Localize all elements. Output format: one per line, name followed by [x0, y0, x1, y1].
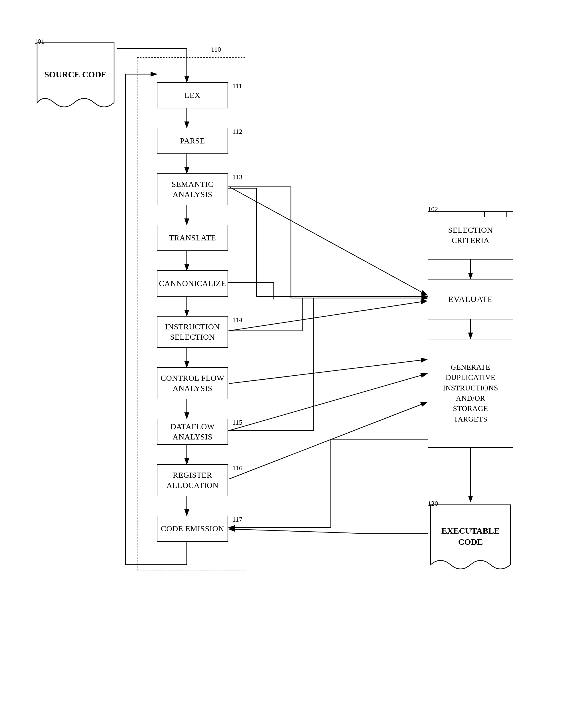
source-code-box: SOURCE CODE: [34, 40, 117, 114]
label-120: 120: [428, 500, 438, 508]
generate-duplicative-label: GENERATEDUPLICATIVEINSTRUCTIONSAND/ORSTO…: [443, 362, 498, 424]
label-117: 117: [233, 516, 242, 523]
evaluate-label: EVALUATE: [448, 294, 493, 304]
svg-line-35: [229, 301, 427, 331]
translate-box: TRANSLATE: [157, 225, 228, 251]
label-113: 113: [233, 173, 242, 181]
selection-criteria-box: SELECTIONCRITERIA: [428, 211, 513, 260]
label-111: 111: [233, 82, 242, 90]
control-flow-box: CONTROL FLOWANALYSIS: [157, 367, 228, 399]
cannonicalize-label: CANNONICALIZE: [159, 279, 226, 288]
register-allocation-box: REGISTERALLOCATION: [157, 464, 228, 496]
semantic-analysis-box: SEMANTICANALYSIS: [157, 173, 228, 205]
semantic-analysis-label: SEMANTICANALYSIS: [171, 179, 213, 200]
label-112: 112: [233, 128, 242, 135]
svg-line-38: [229, 402, 427, 479]
dataflow-analysis-label: DATAFLOWANALYSIS: [170, 422, 215, 442]
translate-label: TRANSLATE: [169, 233, 216, 242]
lex-box: LEX: [157, 82, 228, 108]
svg-line-36: [229, 359, 427, 384]
instruction-selection-label: INSTRUCTIONSELECTION: [165, 322, 220, 343]
diagram-container: 110 SOURCE CODE 101 LEX 111 PARSE 112 SE…: [17, 17, 582, 696]
code-emission-box: CODE EMISSION: [157, 516, 228, 542]
code-emission-label: CODE EMISSION: [161, 524, 224, 533]
cannonicalize-box: CANNONICALIZE: [157, 271, 228, 297]
instruction-selection-box: INSTRUCTIONSELECTION: [157, 316, 228, 348]
label-101: 101: [34, 38, 44, 45]
dataflow-analysis-box: DATAFLOWANALYSIS: [157, 419, 228, 445]
lex-label: LEX: [184, 91, 200, 100]
label-102: 102: [428, 205, 438, 213]
label-115: 115: [233, 419, 242, 426]
svg-line-37: [229, 373, 427, 431]
parse-label: PARSE: [180, 136, 205, 146]
register-allocation-label: REGISTERALLOCATION: [167, 470, 218, 491]
source-code-label: SOURCE CODE: [44, 69, 107, 80]
executable-code-label: EXECUTABLECODE: [441, 525, 500, 547]
selection-criteria-label: SELECTIONCRITERIA: [448, 225, 493, 246]
svg-line-44: [229, 529, 359, 533]
generate-duplicative-box: GENERATEDUPLICATIVEINSTRUCTIONSAND/ORSTO…: [428, 339, 513, 448]
control-flow-label: CONTROL FLOWANALYSIS: [160, 373, 224, 394]
label-116: 116: [233, 464, 242, 472]
label-110: 110: [211, 46, 221, 53]
parse-box: PARSE: [157, 128, 228, 154]
evaluate-box: EVALUATE: [428, 279, 513, 319]
executable-code-box: EXECUTABLECODE: [428, 502, 513, 576]
label-114: 114: [233, 316, 242, 324]
svg-line-34: [229, 187, 427, 295]
